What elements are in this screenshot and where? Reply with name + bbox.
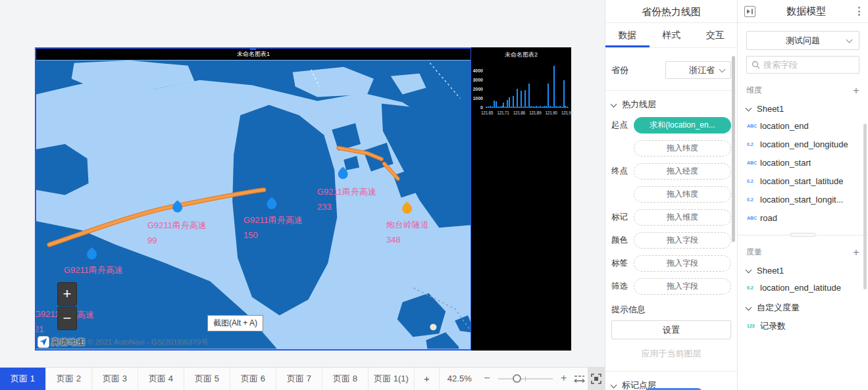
settings-tab-交互[interactable]: 交互 — [693, 23, 737, 47]
app-root: 未命名图表1 — [0, 0, 868, 390]
field-item[interactable]: 0.2location_start_longit... — [747, 193, 859, 206]
heatline-layer-section[interactable]: 热力线层 — [611, 99, 731, 110]
settings-scrollbar[interactable] — [732, 56, 735, 242]
field-item[interactable]: 123记录数 — [747, 320, 859, 332]
map-attribution: 高德地图 © 2021 AutoNavi - GS(2019)6379号 — [38, 336, 209, 348]
bar-chart-title: 未命名图表2 — [471, 47, 571, 59]
zoom-in-button[interactable]: + — [557, 368, 571, 390]
drop-zone-pill[interactable]: 拖入纬度 — [634, 140, 731, 157]
collapse-panel-icon[interactable] — [744, 6, 755, 17]
drop-zone-pill[interactable]: 拖入字段 — [634, 255, 731, 272]
field-item[interactable]: 0.2location_end_longitude — [747, 138, 859, 151]
province-select[interactable]: 浙江省 — [665, 61, 731, 79]
field-item[interactable]: ABCroad — [747, 212, 859, 224]
amap-logo-icon — [38, 336, 49, 348]
apply-current-layer-note: 应用于当前图层 — [611, 348, 731, 360]
page-tab[interactable]: 页面 6 — [230, 368, 276, 390]
page-tab[interactable]: 页面 1 — [0, 368, 46, 390]
field-shelf-row: 标签拖入字段 — [611, 255, 731, 272]
bar — [530, 106, 532, 107]
bar — [509, 97, 510, 107]
settings-tab-样式[interactable]: 样式 — [650, 23, 694, 47]
drop-zone-pill[interactable]: 拖入纬度 — [634, 186, 731, 203]
bar-chart-widget[interactable]: 未命名图表2 40003000200010000 121.65121.71121… — [471, 47, 571, 351]
data-model-scrollbar[interactable] — [863, 124, 867, 289]
field-shelf-row: 终点拖入经度 — [611, 163, 731, 180]
drop-zone-pill[interactable]: 拖入经度 — [634, 163, 731, 180]
divider — [605, 371, 737, 372]
drop-zone-pill[interactable]: 拖入字段 — [634, 232, 731, 249]
field-item[interactable]: ABClocation_end — [747, 120, 859, 132]
field-item[interactable]: ABClocation_start — [747, 157, 859, 169]
bar — [563, 80, 565, 107]
kebab-menu-icon[interactable] — [857, 5, 861, 17]
bar — [557, 107, 559, 107]
map-data-label: G9211甬舟高速233 — [317, 187, 376, 212]
add-dimension-icon[interactable]: + — [853, 86, 859, 95]
map-chart-widget[interactable]: 未命名图表1 — [35, 47, 472, 351]
bar — [507, 100, 508, 107]
settings-tab-数据[interactable]: 数据 — [605, 23, 650, 47]
page-tab[interactable]: 页面 1(1) — [369, 368, 415, 390]
bar — [501, 106, 503, 107]
zoom-slider[interactable] — [496, 368, 555, 390]
map-data-label: G9211甬舟高速99 — [147, 220, 207, 245]
splitter-grip[interactable] — [790, 233, 815, 237]
chevron-down-icon — [746, 267, 752, 274]
map-zoom-out-button[interactable]: − — [57, 306, 77, 330]
page-tab[interactable]: 页面 4 — [138, 368, 184, 390]
page-tabs: 页面 1页面 2页面 3页面 4页面 5页面 6页面 7页面 8页面 1(1) — [0, 368, 415, 390]
field-type-icon: 0.2 — [747, 197, 760, 202]
field-item[interactable]: 0.2location_start_latitude — [747, 175, 859, 187]
page-tab[interactable]: 页面 5 — [184, 368, 230, 390]
data-model-title: 数据模型 — [755, 5, 857, 18]
bar — [567, 107, 568, 107]
zoom-out-button[interactable]: − — [480, 368, 494, 390]
page-tab[interactable]: 页面 8 — [322, 368, 369, 390]
add-measure-icon[interactable]: + — [853, 248, 859, 257]
tooltip-settings-button[interactable]: 设置 — [611, 320, 731, 339]
add-page-button[interactable]: + — [415, 368, 440, 390]
field-name: location_start_longit... — [760, 195, 843, 205]
selection-handle-top[interactable] — [250, 47, 256, 50]
field-search-box[interactable] — [746, 56, 859, 74]
map-zoom-in-button[interactable]: + — [57, 282, 77, 306]
panel-splitter[interactable] — [738, 232, 868, 235]
divider — [605, 90, 737, 91]
map-canvas[interactable]: G9211甬舟高速233G9211甬舟高速150G9211甬舟高速99炮台岭隧道… — [36, 60, 471, 349]
field-pill[interactable]: 求和(location_en... — [634, 117, 731, 134]
page-tab[interactable]: 页面 2 — [46, 368, 92, 390]
drop-zone-pill[interactable]: 拖入字段 — [634, 278, 731, 295]
field-name: 记录数 — [760, 320, 786, 332]
bar — [565, 106, 566, 107]
field-name: location_end — [760, 121, 809, 131]
zoom-slider-center-tick — [525, 376, 526, 381]
zoom-slider-knob[interactable] — [513, 374, 521, 383]
field-item[interactable]: 0.2location_end_latitude — [747, 281, 859, 294]
bar — [555, 106, 557, 107]
bar — [528, 84, 530, 107]
custom-measure-group[interactable]: 自定义度量 — [746, 302, 859, 314]
settings-tabs: 数据样式交互 — [605, 23, 737, 48]
bar — [551, 107, 553, 107]
page-tab[interactable]: 页面 7 — [276, 368, 322, 390]
bar — [517, 89, 518, 107]
question-select[interactable]: 测试问题 — [746, 31, 859, 50]
field-shelf-row: 拖入纬度 — [611, 186, 731, 203]
canvas-area: 未命名图表1 — [0, 0, 605, 367]
measure-list: 0.2location_end_latitude — [738, 281, 868, 294]
map-geography — [36, 60, 471, 349]
fit-width-icon[interactable] — [571, 368, 588, 390]
dimension-group-sheet1[interactable]: Sheet1 — [746, 104, 859, 114]
page-tab[interactable]: 页面 3 — [92, 368, 138, 390]
drop-zone-pill[interactable]: 拖入维度 — [634, 209, 731, 226]
field-shelf-row: 起点求和(location_en... — [611, 117, 731, 134]
search-input[interactable] — [763, 60, 854, 70]
chevron-down-icon — [746, 105, 752, 112]
measure-group-sheet1[interactable]: Sheet1 — [746, 266, 859, 276]
chart-settings-panel: 省份热力线图 数据样式交互 省份 浙江省 热力线层 起点求和(location_… — [605, 0, 737, 390]
bar — [532, 107, 534, 107]
bar — [503, 103, 504, 107]
map-data-label: 高速 — [77, 310, 94, 320]
focus-frame-icon[interactable] — [588, 368, 605, 390]
